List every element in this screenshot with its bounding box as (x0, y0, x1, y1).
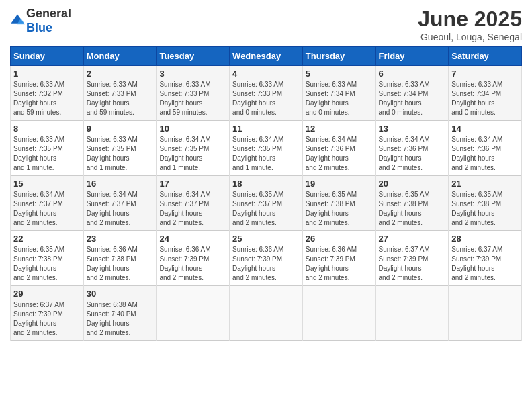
day-num-12: 12 (306, 124, 373, 134)
day-info-10: Sunrise: 6:34 AM Sunset: 7:35 PM Dayligh… (159, 135, 226, 173)
day-cell-23: 23 Sunrise: 6:36 AM Sunset: 7:38 PM Dayl… (83, 231, 157, 286)
page-container: General Blue June 2025 Gueoul, Louga, Se… (0, 0, 532, 348)
day-info-21: Sunrise: 6:35 AM Sunset: 7:38 PM Dayligh… (451, 190, 519, 228)
day-info-13: Sunrise: 6:34 AM Sunset: 7:36 PM Dayligh… (379, 135, 446, 173)
day-cell-1: 1 Sunrise: 6:33 AM Sunset: 7:32 PM Dayli… (11, 66, 84, 121)
day-cell-14: 14 Sunrise: 6:34 AM Sunset: 7:36 PM Dayl… (449, 121, 522, 176)
day-cell-28: 28 Sunrise: 6:37 AM Sunset: 7:39 PM Dayl… (449, 231, 522, 286)
empty-cell (157, 286, 230, 341)
day-num-23: 23 (87, 234, 154, 244)
day-cell-19: 19 Sunrise: 6:35 AM Sunset: 7:38 PM Dayl… (302, 176, 375, 231)
day-cell-15: 15 Sunrise: 6:34 AM Sunset: 7:37 PM Dayl… (11, 176, 84, 231)
logo: General Blue (10, 7, 71, 35)
col-tuesday: Tuesday (157, 47, 230, 66)
logo-general: General (26, 7, 71, 20)
logo-icon (10, 13, 25, 28)
day-info-12: Sunrise: 6:34 AM Sunset: 7:36 PM Dayligh… (306, 135, 373, 173)
day-info-7: Sunrise: 6:33 AM Sunset: 7:34 PM Dayligh… (451, 80, 519, 118)
col-friday: Friday (375, 47, 449, 66)
day-info-1: Sunrise: 6:33 AM Sunset: 7:32 PM Dayligh… (13, 80, 81, 118)
day-cell-22: 22 Sunrise: 6:35 AM Sunset: 7:38 PM Dayl… (11, 231, 84, 286)
day-cell-6: 6 Sunrise: 6:33 AM Sunset: 7:34 PM Dayli… (375, 66, 449, 121)
calendar-week: 22 Sunrise: 6:35 AM Sunset: 7:38 PM Dayl… (11, 231, 522, 286)
logo-text: General Blue (26, 7, 71, 35)
day-cell-20: 20 Sunrise: 6:35 AM Sunset: 7:38 PM Dayl… (375, 176, 449, 231)
title-block: June 2025 Gueoul, Louga, Senegal (418, 7, 522, 42)
day-num-18: 18 (232, 179, 300, 189)
day-num-8: 8 (13, 124, 81, 134)
day-info-30: Sunrise: 6:38 AM Sunset: 7:40 PM Dayligh… (87, 300, 154, 338)
day-num-4: 4 (232, 68, 300, 79)
day-num-19: 19 (306, 179, 373, 189)
day-cell-16: 16 Sunrise: 6:34 AM Sunset: 7:37 PM Dayl… (83, 176, 157, 231)
day-info-9: Sunrise: 6:33 AM Sunset: 7:35 PM Dayligh… (87, 135, 154, 173)
calendar-week: 15 Sunrise: 6:34 AM Sunset: 7:37 PM Dayl… (11, 176, 522, 231)
day-num-27: 27 (379, 234, 446, 244)
day-num-11: 11 (232, 124, 300, 134)
day-num-13: 13 (379, 124, 446, 134)
day-cell-21: 21 Sunrise: 6:35 AM Sunset: 7:38 PM Dayl… (449, 176, 522, 231)
day-num-20: 20 (379, 179, 446, 189)
month-title: June 2025 (418, 7, 522, 32)
day-cell-12: 12 Sunrise: 6:34 AM Sunset: 7:36 PM Dayl… (302, 121, 375, 176)
empty-cell (449, 286, 522, 341)
day-num-16: 16 (87, 179, 154, 189)
day-cell-7: 7 Sunrise: 6:33 AM Sunset: 7:34 PM Dayli… (449, 66, 522, 121)
day-cell-13: 13 Sunrise: 6:34 AM Sunset: 7:36 PM Dayl… (375, 121, 449, 176)
day-info-29: Sunrise: 6:37 AM Sunset: 7:39 PM Dayligh… (13, 300, 81, 338)
day-cell-17: 17 Sunrise: 6:34 AM Sunset: 7:37 PM Dayl… (157, 176, 230, 231)
day-info-2: Sunrise: 6:33 AM Sunset: 7:33 PM Dayligh… (87, 80, 154, 118)
day-num-28: 28 (451, 234, 519, 244)
col-sunday: Sunday (11, 47, 84, 66)
day-num-9: 9 (87, 124, 154, 134)
header: General Blue June 2025 Gueoul, Louga, Se… (10, 7, 522, 42)
day-info-28: Sunrise: 6:37 AM Sunset: 7:39 PM Dayligh… (451, 245, 519, 283)
col-wednesday: Wednesday (230, 47, 303, 66)
day-num-10: 10 (159, 124, 226, 134)
day-cell-30: 30 Sunrise: 6:38 AM Sunset: 7:40 PM Dayl… (83, 286, 157, 341)
day-num-3: 3 (159, 68, 226, 79)
empty-cell (375, 286, 449, 341)
day-cell-4: 4 Sunrise: 6:33 AM Sunset: 7:33 PM Dayli… (230, 66, 303, 121)
day-info-16: Sunrise: 6:34 AM Sunset: 7:37 PM Dayligh… (87, 190, 154, 228)
day-num-25: 25 (232, 234, 300, 244)
day-info-6: Sunrise: 6:33 AM Sunset: 7:34 PM Dayligh… (379, 80, 446, 118)
day-info-17: Sunrise: 6:34 AM Sunset: 7:37 PM Dayligh… (159, 190, 226, 228)
day-num-1: 1 (13, 68, 81, 79)
day-info-5: Sunrise: 6:33 AM Sunset: 7:34 PM Dayligh… (306, 80, 373, 118)
calendar-week: 29 Sunrise: 6:37 AM Sunset: 7:39 PM Dayl… (11, 286, 522, 341)
day-cell-27: 27 Sunrise: 6:37 AM Sunset: 7:39 PM Dayl… (375, 231, 449, 286)
header-row: Sunday Monday Tuesday Wednesday Thursday… (11, 47, 522, 66)
day-info-3: Sunrise: 6:33 AM Sunset: 7:33 PM Dayligh… (159, 80, 226, 118)
col-saturday: Saturday (449, 47, 522, 66)
day-num-26: 26 (306, 234, 373, 244)
day-num-17: 17 (159, 179, 226, 189)
col-thursday: Thursday (302, 47, 375, 66)
day-cell-2: 2 Sunrise: 6:33 AM Sunset: 7:33 PM Dayli… (83, 66, 157, 121)
day-num-7: 7 (451, 68, 519, 79)
col-monday: Monday (83, 47, 157, 66)
day-cell-5: 5 Sunrise: 6:33 AM Sunset: 7:34 PM Dayli… (302, 66, 375, 121)
day-num-30: 30 (87, 289, 154, 299)
day-cell-10: 10 Sunrise: 6:34 AM Sunset: 7:35 PM Dayl… (157, 121, 230, 176)
day-num-29: 29 (13, 289, 81, 299)
day-info-23: Sunrise: 6:36 AM Sunset: 7:38 PM Dayligh… (87, 245, 154, 283)
day-cell-26: 26 Sunrise: 6:36 AM Sunset: 7:39 PM Dayl… (302, 231, 375, 286)
logo-blue: Blue (26, 21, 52, 34)
day-info-4: Sunrise: 6:33 AM Sunset: 7:33 PM Dayligh… (232, 80, 300, 118)
day-cell-9: 9 Sunrise: 6:33 AM Sunset: 7:35 PM Dayli… (83, 121, 157, 176)
day-num-21: 21 (451, 179, 519, 189)
day-num-2: 2 (87, 68, 154, 79)
day-info-22: Sunrise: 6:35 AM Sunset: 7:38 PM Dayligh… (13, 245, 81, 283)
day-info-15: Sunrise: 6:34 AM Sunset: 7:37 PM Dayligh… (13, 190, 81, 228)
calendar-week: 1 Sunrise: 6:33 AM Sunset: 7:32 PM Dayli… (11, 66, 522, 121)
day-cell-25: 25 Sunrise: 6:36 AM Sunset: 7:39 PM Dayl… (230, 231, 303, 286)
day-info-14: Sunrise: 6:34 AM Sunset: 7:36 PM Dayligh… (451, 135, 519, 173)
day-num-14: 14 (451, 124, 519, 134)
empty-cell (230, 286, 303, 341)
day-info-20: Sunrise: 6:35 AM Sunset: 7:38 PM Dayligh… (379, 190, 446, 228)
day-info-27: Sunrise: 6:37 AM Sunset: 7:39 PM Dayligh… (379, 245, 446, 283)
day-info-26: Sunrise: 6:36 AM Sunset: 7:39 PM Dayligh… (306, 245, 373, 283)
day-cell-18: 18 Sunrise: 6:35 AM Sunset: 7:37 PM Dayl… (230, 176, 303, 231)
empty-cell (302, 286, 375, 341)
